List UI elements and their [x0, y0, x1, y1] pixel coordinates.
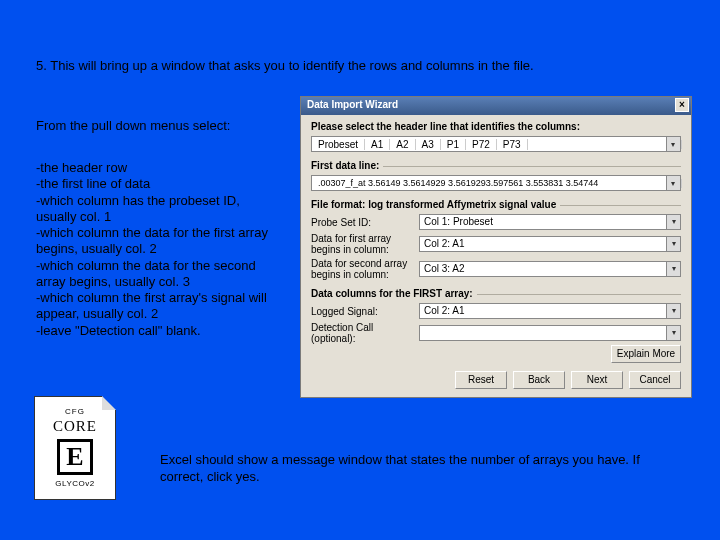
- second-array-col-select[interactable]: Col 3: A2 ▾: [419, 261, 681, 277]
- header-col: A2: [390, 139, 415, 150]
- close-icon[interactable]: ×: [675, 98, 689, 112]
- wizard-titlebar[interactable]: Data Import Wizard ×: [301, 97, 691, 115]
- header-col: P73: [497, 139, 528, 150]
- next-button[interactable]: Next: [571, 371, 623, 389]
- second-array-col-row: Data for second array begins in column: …: [311, 258, 681, 280]
- logo-letter: E: [57, 439, 93, 475]
- wizard-title: Data Import Wizard: [307, 99, 398, 110]
- header-col: A3: [416, 139, 441, 150]
- chevron-down-icon[interactable]: ▾: [666, 137, 680, 151]
- chevron-down-icon[interactable]: ▾: [666, 237, 680, 251]
- field-label: Data for first array begins in column:: [311, 233, 419, 255]
- first-data-line-select[interactable]: .00307_f_at 3.56149 3.5614929 3.5619293.…: [311, 175, 681, 191]
- select-value: Col 1: Probeset: [424, 216, 493, 227]
- step-instruction: 5. This will bring up a window that asks…: [36, 58, 534, 73]
- first-data-value: .00307_f_at 3.56149 3.5614929 3.5619293.…: [312, 178, 604, 188]
- reset-button[interactable]: Reset: [455, 371, 507, 389]
- wizard-button-row: Reset Back Next Cancel: [455, 371, 681, 389]
- header-col: A1: [365, 139, 390, 150]
- select-value: Col 3: A2: [424, 263, 465, 274]
- chevron-down-icon[interactable]: ▾: [666, 304, 680, 318]
- first-data-line-label: First data line:: [311, 160, 681, 171]
- probe-set-id-select[interactable]: Col 1: Probeset ▾: [419, 214, 681, 230]
- field-label: Detection Call (optional):: [311, 322, 419, 344]
- field-label: Probe Set ID:: [311, 217, 419, 228]
- first-array-col-row: Data for first array begins in column: C…: [311, 233, 681, 255]
- bullet-item: -which column has the probeset ID, usual…: [36, 193, 281, 226]
- chevron-down-icon[interactable]: ▾: [666, 262, 680, 276]
- first-array-cols-label: Data columns for the FIRST array:: [311, 288, 681, 299]
- field-label: Data for second array begins in column:: [311, 258, 419, 280]
- chevron-down-icon[interactable]: ▾: [666, 215, 680, 229]
- bullet-item: -the first line of data: [36, 176, 281, 192]
- header-columns-select[interactable]: Probeset A1 A2 A3 P1 P72 P73 ▾: [311, 136, 681, 152]
- bullet-list: -the header row -the first line of data …: [36, 160, 281, 339]
- logo-core: CORE: [35, 418, 115, 435]
- first-array-col-select[interactable]: Col 2: A1 ▾: [419, 236, 681, 252]
- data-import-wizard: Data Import Wizard × Please select the h…: [300, 96, 692, 398]
- select-value: Col 2: A1: [424, 238, 465, 249]
- field-label: Logged Signal:: [311, 306, 419, 317]
- bullet-item: -the header row: [36, 160, 281, 176]
- file-format-label: File format: log transformed Affymetrix …: [311, 199, 681, 210]
- bullet-item: -which column the data for the first arr…: [36, 225, 281, 258]
- section-header-line: Please select the header line that ident…: [311, 121, 681, 132]
- header-col: P1: [441, 139, 466, 150]
- bullet-item: -leave "Detection call" blank.: [36, 323, 281, 339]
- footer-instruction: Excel should show a message window that …: [160, 452, 660, 486]
- select-value: Col 2: A1: [424, 305, 465, 316]
- explain-more-button[interactable]: Explain More: [611, 345, 681, 363]
- header-col: P72: [466, 139, 497, 150]
- logged-signal-row: Logged Signal: Col 2: A1 ▾: [311, 303, 681, 319]
- chevron-down-icon[interactable]: ▾: [666, 176, 680, 190]
- logo-glyco: GLYCOv2: [35, 479, 115, 488]
- logged-signal-select[interactable]: Col 2: A1 ▾: [419, 303, 681, 319]
- header-col: Probeset: [312, 139, 365, 150]
- detection-call-row: Detection Call (optional): ▾: [311, 322, 681, 344]
- cancel-button[interactable]: Cancel: [629, 371, 681, 389]
- probe-set-id-row: Probe Set ID: Col 1: Probeset ▾: [311, 214, 681, 230]
- pulldown-instruction: From the pull down menus select:: [36, 118, 230, 133]
- detection-call-select[interactable]: ▾: [419, 325, 681, 341]
- page-fold-icon: [102, 396, 116, 410]
- bullet-item: -which column the data for the second ar…: [36, 258, 281, 291]
- bullet-item: -which column the first array's signal w…: [36, 290, 281, 323]
- back-button[interactable]: Back: [513, 371, 565, 389]
- chevron-down-icon[interactable]: ▾: [666, 326, 680, 340]
- cfg-core-logo: CFG CORE E GLYCOv2: [34, 396, 116, 500]
